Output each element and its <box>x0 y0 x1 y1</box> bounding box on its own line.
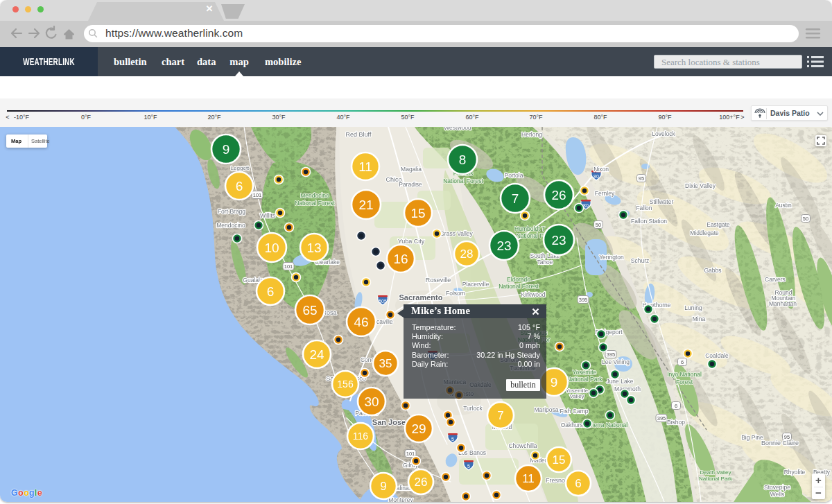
svg-text:29: 29 <box>411 422 426 436</box>
svg-text:Forest: Forest <box>676 379 693 385</box>
svg-text:95: 95 <box>639 175 644 182</box>
svg-text:Bonnie Claire: Bonnie Claire <box>761 440 799 446</box>
svg-text:6: 6 <box>681 359 684 365</box>
svg-text:Fernley: Fernley <box>595 190 615 197</box>
svg-text:Rhyolite: Rhyolite <box>784 469 806 476</box>
svg-text:Sierra National: Sierra National <box>589 422 627 428</box>
svg-text:24: 24 <box>309 347 324 362</box>
svg-text:35: 35 <box>379 357 392 370</box>
svg-text:Folsom: Folsom <box>446 290 465 297</box>
svg-text:Austin: Austin <box>775 202 792 209</box>
svg-text:395: 395 <box>607 351 616 358</box>
svg-text:30: 30 <box>364 394 379 409</box>
svg-text:Big Pine: Big Pine <box>741 434 763 441</box>
svg-text:15: 15 <box>553 453 566 467</box>
svg-text:6: 6 <box>267 284 275 299</box>
svg-text:San Jose: San Jose <box>372 418 406 426</box>
svg-text:Inyo National: Inyo National <box>667 371 702 378</box>
svg-text:Lovelock: Lovelock <box>652 130 675 137</box>
svg-text:Magalia: Magalia <box>401 166 422 173</box>
svg-text:23: 23 <box>496 238 511 253</box>
svg-text:101: 101 <box>284 263 293 270</box>
svg-text:Monterey: Monterey <box>388 496 413 502</box>
svg-text:Death Valley: Death Valley <box>700 469 731 476</box>
svg-text:Carvers: Carvers <box>765 276 786 283</box>
svg-text:Fort Bragg: Fort Bragg <box>218 208 245 215</box>
svg-text:Westwood: Westwood <box>444 127 471 131</box>
svg-text:June Lake: June Lake <box>606 378 633 385</box>
svg-text:15: 15 <box>410 206 425 220</box>
svg-text:16: 16 <box>393 252 408 266</box>
svg-text:80: 80 <box>583 203 589 208</box>
svg-text:Lee Vining: Lee Vining <box>602 358 630 365</box>
svg-text:Fallon: Fallon <box>636 205 652 211</box>
svg-text:Portola: Portola <box>505 172 523 179</box>
svg-text:101: 101 <box>253 192 262 198</box>
svg-text:Stovepipe: Stovepipe <box>764 484 790 491</box>
svg-text:Sacramento: Sacramento <box>399 293 443 302</box>
svg-text:Mendocino: Mendocino <box>216 222 245 229</box>
svg-text:Middlegate: Middlegate <box>690 229 719 236</box>
svg-text:Grass Valley: Grass Valley <box>440 230 473 237</box>
svg-text:50: 50 <box>803 216 808 222</box>
svg-text:Yuba City: Yuba City <box>398 238 425 245</box>
svg-text:Roseville: Roseville <box>426 277 451 284</box>
svg-text:Herlong: Herlong <box>521 131 542 138</box>
svg-text:7: 7 <box>512 191 519 206</box>
svg-text:National Park: National Park <box>566 376 603 383</box>
svg-text:9: 9 <box>380 480 386 493</box>
svg-text:9: 9 <box>551 375 558 390</box>
svg-text:Manhattan: Manhattan <box>769 300 797 307</box>
svg-text:Oakhurst: Oakhurst <box>561 422 585 428</box>
svg-text:21: 21 <box>358 198 373 212</box>
svg-text:Fresno: Fresno <box>546 477 565 484</box>
svg-text:65: 65 <box>302 303 317 318</box>
svg-text:116: 116 <box>353 431 369 442</box>
svg-text:Leggett: Leggett <box>231 165 250 171</box>
svg-text:Stillwater: Stillwater <box>650 198 674 205</box>
svg-text:28: 28 <box>460 247 474 261</box>
svg-text:5: 5 <box>451 437 454 442</box>
svg-text:Dixie Valley: Dixie Valley <box>685 182 716 189</box>
svg-text:8: 8 <box>459 153 467 167</box>
svg-text:Turlock: Turlock <box>463 405 483 412</box>
svg-text:Humboldt T: Humboldt T <box>514 225 545 232</box>
svg-text:Willits: Willits <box>260 212 275 219</box>
svg-text:Gabbs: Gabbs <box>704 267 721 274</box>
svg-text:10: 10 <box>264 241 279 255</box>
svg-text:Wells: Wells <box>770 491 785 498</box>
svg-text:Coaldale: Coaldale <box>705 352 729 359</box>
svg-text:National Forest: National Forest <box>295 200 335 207</box>
svg-text:80: 80 <box>593 174 599 179</box>
svg-text:26: 26 <box>551 188 566 202</box>
svg-text:Chowchilla: Chowchilla <box>508 442 537 449</box>
svg-text:156: 156 <box>337 379 354 390</box>
svg-text:Paradise: Paradise <box>399 181 422 188</box>
svg-text:Bishop: Bishop <box>667 419 685 426</box>
svg-text:11: 11 <box>522 472 535 485</box>
svg-text:Fallon Station: Fallon Station <box>631 218 667 225</box>
svg-text:13: 13 <box>306 241 321 255</box>
svg-text:101: 101 <box>406 451 415 457</box>
svg-text:5: 5 <box>467 464 470 469</box>
svg-text:46: 46 <box>354 315 368 329</box>
svg-text:395: 395 <box>579 297 588 303</box>
svg-text:6: 6 <box>575 477 581 490</box>
svg-text:National F: National F <box>517 232 544 239</box>
svg-text:Red Bluff: Red Bluff <box>346 131 372 138</box>
svg-text:26: 26 <box>415 476 428 489</box>
svg-text:Luning: Luning <box>684 304 702 311</box>
svg-text:23: 23 <box>551 233 566 247</box>
svg-text:Eldorado: Eldorado <box>507 276 530 283</box>
svg-text:Tahoe: Tahoe <box>537 259 553 266</box>
svg-text:Schurz: Schurz <box>631 257 649 264</box>
svg-text:Mariposa: Mariposa <box>535 406 559 413</box>
svg-text:9: 9 <box>223 142 230 157</box>
svg-text:Eastgate: Eastgate <box>707 221 730 228</box>
svg-text:National Forest: National Forest <box>499 283 539 290</box>
svg-text:Nixon: Nixon <box>593 166 609 173</box>
svg-text:11: 11 <box>358 159 372 174</box>
svg-text:6: 6 <box>675 403 677 409</box>
svg-text:Fish Camp: Fish Camp <box>560 408 588 415</box>
svg-text:Mendocino: Mendocino <box>300 192 329 199</box>
